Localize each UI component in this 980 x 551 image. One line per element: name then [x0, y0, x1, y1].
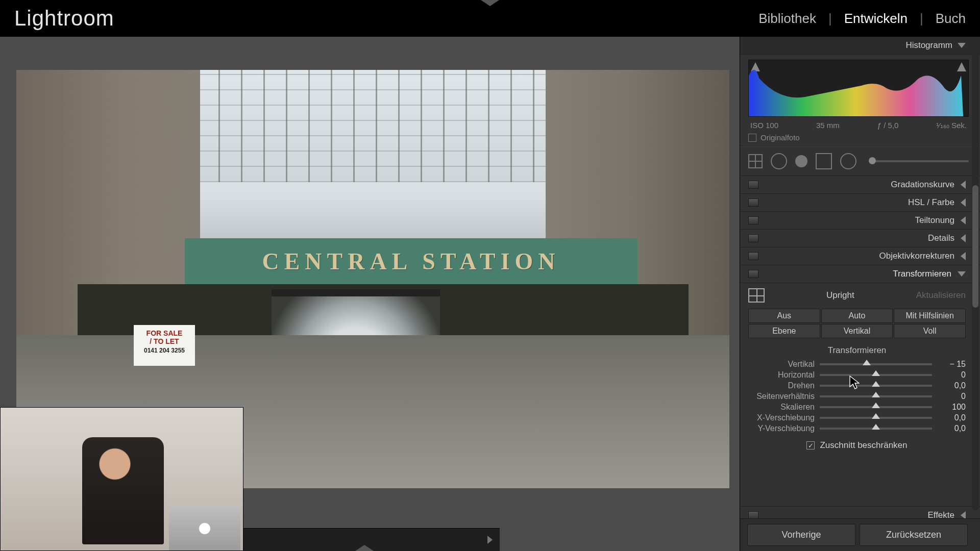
- expand-bottom-icon[interactable]: [355, 545, 374, 551]
- crop-tool-icon[interactable]: [748, 154, 763, 168]
- slider-track[interactable]: [820, 395, 932, 397]
- panel-tone-curve[interactable]: Gradationskurve: [740, 176, 980, 194]
- slider-thumb[interactable]: [872, 424, 880, 430]
- slider-label: X-Verschiebung: [748, 413, 820, 422]
- panel-switch-icon[interactable]: [748, 198, 758, 207]
- slider-thumb[interactable]: [863, 360, 871, 365]
- slider-xoffset[interactable]: X-Verschiebung0,0: [748, 413, 966, 422]
- radial-filter-icon[interactable]: [840, 153, 856, 169]
- slider-track[interactable]: [820, 417, 932, 419]
- slider-vertical[interactable]: Vertikal− 15: [748, 360, 966, 369]
- slider-label: Y-Verschiebung: [748, 424, 820, 433]
- chevron-left-icon: [961, 234, 966, 242]
- app-title: Lightroom: [14, 6, 114, 31]
- panel-lens-corrections[interactable]: Objektivkorrekturen: [740, 247, 980, 265]
- slider-aspect[interactable]: Seitenverhältnis0: [748, 392, 966, 401]
- slider-value[interactable]: 0: [937, 392, 966, 401]
- slider-thumb[interactable]: [872, 381, 880, 387]
- slider-label: Seitenverhältnis: [748, 392, 820, 401]
- transform-panel: Upright Aktualisieren Aus Auto Mit Hilfs…: [740, 283, 980, 456]
- slider-value[interactable]: 0: [937, 370, 966, 380]
- slider-track[interactable]: [820, 385, 932, 387]
- slider-value[interactable]: 0,0: [937, 424, 966, 433]
- panel-split-toning[interactable]: Teiltonung: [740, 212, 980, 230]
- slider-value[interactable]: 0,0: [937, 413, 966, 422]
- meta-focal: 35 mm: [816, 121, 840, 130]
- slider-yoffset[interactable]: Y-Verschiebung0,0: [748, 424, 966, 433]
- slider-label: Vertikal: [748, 360, 820, 369]
- photo-sign: FOR SALE / TO LET 0141 204 3255: [134, 325, 195, 366]
- panel-footer: Vorherige Zurücksetzen: [740, 518, 980, 551]
- slider-scale[interactable]: Skalieren100: [748, 403, 966, 412]
- previous-button[interactable]: Vorherige: [747, 524, 855, 546]
- upright-guided-button[interactable]: Mit Hilfslinien: [894, 309, 966, 323]
- meta-aperture: ƒ / 5,0: [877, 121, 899, 130]
- chevron-right-icon[interactable]: [487, 536, 493, 544]
- slider-horizontal[interactable]: Horizontal0: [748, 370, 966, 380]
- reset-button[interactable]: Zurücksetzen: [860, 524, 968, 546]
- module-separator: |: [920, 11, 923, 27]
- webcam-overlay: [0, 407, 243, 551]
- brush-size-slider[interactable]: [869, 160, 969, 162]
- graduated-filter-icon[interactable]: [816, 153, 832, 169]
- upright-guided-icon[interactable]: [748, 288, 765, 303]
- right-panel: Histogramm: [740, 37, 980, 551]
- slider-label: Horizontal: [748, 370, 820, 380]
- checkbox-icon: [748, 134, 756, 142]
- slider-value[interactable]: − 15: [937, 360, 966, 369]
- histogram-graph[interactable]: [748, 60, 969, 117]
- panel-scrollbar[interactable]: [972, 46, 979, 510]
- slider-rotate[interactable]: Drehen0,0: [748, 381, 966, 390]
- meta-iso: ISO 100: [750, 121, 778, 130]
- slider-value[interactable]: 100: [937, 403, 966, 412]
- slider-label: Drehen: [748, 381, 820, 390]
- slider-track[interactable]: [820, 406, 932, 408]
- panel-switch-icon[interactable]: [748, 216, 758, 224]
- original-photo-toggle[interactable]: Originalfoto: [748, 133, 969, 142]
- slider-value[interactable]: 0,0: [937, 381, 966, 390]
- upright-auto-button[interactable]: Auto: [821, 309, 893, 323]
- image-canvas[interactable]: CENTRAL STATION FOR SALE / TO LET 0141 2…: [0, 37, 740, 551]
- upright-mode-buttons: Aus Auto Mit Hilfslinien Ebene Vertikal …: [748, 309, 966, 338]
- upright-level-button[interactable]: Ebene: [748, 324, 820, 338]
- slider-track[interactable]: [820, 428, 932, 430]
- histogram-block: ISO 100 35 mm ƒ / 5,0 ¹⁄₁₆₀ Sek. Origina…: [740, 55, 980, 146]
- slider-track[interactable]: [820, 374, 932, 376]
- module-book[interactable]: Buch: [936, 11, 966, 27]
- tool-strip: [740, 146, 980, 176]
- slider-thumb[interactable]: [872, 370, 880, 376]
- redeye-tool-icon[interactable]: [795, 155, 807, 167]
- module-picker: Bibliothek | Entwickeln | Buch: [758, 11, 966, 27]
- scrollbar-thumb[interactable]: [972, 185, 978, 308]
- panel-switch-icon[interactable]: [748, 270, 758, 278]
- upright-label: Upright: [826, 290, 854, 300]
- slider-thumb[interactable]: [872, 403, 880, 408]
- panel-transform-header[interactable]: Transformieren: [740, 265, 980, 283]
- constrain-crop-checkbox[interactable]: ✓ Zuschnitt beschränken: [748, 440, 966, 450]
- check-icon: ✓: [806, 441, 815, 449]
- spot-removal-icon[interactable]: [771, 153, 787, 169]
- module-library[interactable]: Bibliothek: [758, 11, 816, 27]
- histogram-header[interactable]: Histogramm: [740, 37, 980, 55]
- chevron-left-icon: [961, 216, 966, 224]
- slider-thumb[interactable]: [872, 413, 880, 419]
- upright-full-button[interactable]: Voll: [894, 324, 966, 338]
- meta-shutter: ¹⁄₁₆₀ Sek.: [936, 121, 967, 130]
- upright-off-button[interactable]: Aus: [748, 309, 820, 323]
- panel-switch-icon[interactable]: [748, 181, 758, 189]
- panel-hsl[interactable]: HSL / Farbe: [740, 194, 980, 212]
- upright-vertical-button[interactable]: Vertikal: [821, 324, 893, 338]
- module-develop[interactable]: Entwickeln: [844, 11, 908, 27]
- slider-thumb[interactable]: [872, 392, 880, 397]
- photo-banner-text: CENTRAL STATION: [185, 238, 638, 284]
- panel-switch-icon[interactable]: [748, 234, 758, 242]
- panel-details[interactable]: Details: [740, 230, 980, 247]
- slider-track[interactable]: [820, 363, 932, 365]
- chevron-left-icon: [961, 181, 966, 189]
- transform-section-title: Transformieren: [748, 345, 966, 356]
- panel-switch-icon[interactable]: [748, 252, 758, 260]
- upright-update[interactable]: Aktualisieren: [916, 290, 966, 300]
- chevron-left-icon: [961, 252, 966, 260]
- top-bar: Lightroom Bibliothek | Entwickeln | Buch: [0, 0, 980, 37]
- collapse-top-icon[interactable]: [481, 0, 499, 6]
